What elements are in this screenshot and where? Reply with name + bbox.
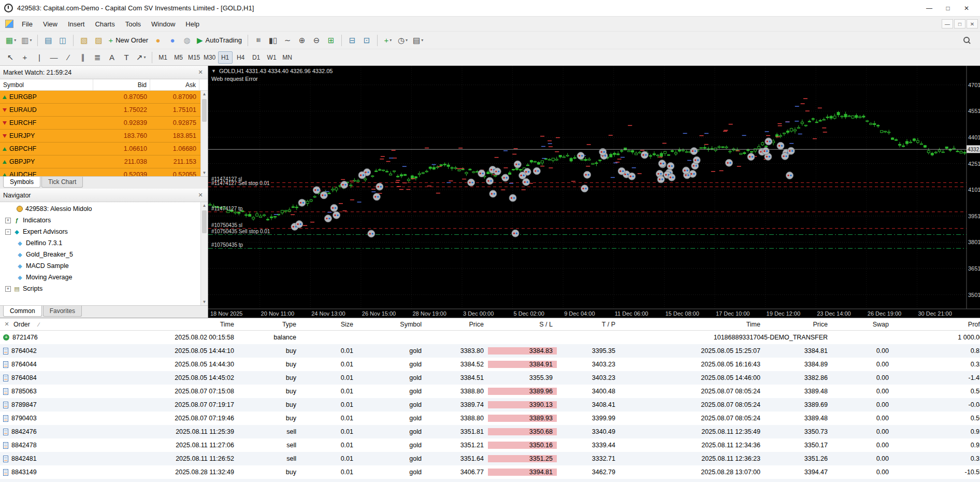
terminal-row-8721476[interactable]: +87214762025.08.02 00:15:58balance101868… — [0, 331, 980, 344]
menu-tools[interactable]: Tools — [120, 18, 146, 30]
navigator-scrollbar[interactable]: ▲▼ — [200, 202, 208, 305]
market-watch-row-eurgbp[interactable]: EURGBP0.870500.87090 — [0, 91, 208, 104]
terminal-row-8843149[interactable]: 88431492025.08.28 11:32:49buy0.01gold340… — [0, 465, 980, 479]
fibonacci-tool-button[interactable]: ≣ — [91, 51, 104, 64]
text-tool-button[interactable]: A — [105, 51, 119, 64]
market-watch-row-gbpchf[interactable]: GBPCHF1.066101.06680 — [0, 143, 208, 155]
timeframe-w1-button[interactable]: W1 — [265, 51, 279, 64]
collapse-minus-icon[interactable]: − — [5, 229, 11, 235]
menu-help[interactable]: Help — [180, 18, 205, 30]
maximize-button[interactable]: □ — [939, 2, 957, 15]
terminal-close-icon[interactable]: ✕ — [3, 321, 10, 328]
mql5-market-button[interactable]: ● — [151, 34, 165, 47]
expand-plus-icon[interactable]: + — [5, 286, 11, 292]
expand-plus-icon[interactable]: + — [5, 218, 11, 223]
market-watch-toggle-button[interactable]: ▤ — [41, 34, 55, 47]
scroll-down-icon[interactable]: ▼ — [201, 169, 208, 176]
tree-item-gold-breaker-5[interactable]: ◆Gold_Breaker_5 — [0, 249, 208, 260]
chart-menu-caret-icon[interactable]: ▼ — [211, 68, 216, 74]
terminal-row-8842478[interactable]: 88424782025.08.11 11:27:06sell0.01gold33… — [0, 438, 980, 452]
chart-minimize-button[interactable]: — — [942, 19, 953, 29]
new-order-button[interactable]: +New Order — [106, 34, 150, 47]
trendline-tool-button[interactable]: ∕ — [62, 51, 75, 64]
timeframe-m1-button[interactable]: M1 — [156, 51, 170, 64]
terminal-row-8842481[interactable]: 88424812025.08.11 11:26:52sell0.01gold33… — [0, 452, 980, 465]
new-chart-button[interactable]: ▦▾ — [4, 34, 18, 47]
terminal-row-8789847[interactable]: 87898472025.08.07 07:19:17buy0.01gold338… — [0, 398, 980, 412]
chart-templates-button[interactable]: ▤▾ — [411, 34, 425, 47]
chart-bars-button[interactable]: ≡ — [252, 34, 265, 47]
equidistant-channel-tool-button[interactable]: ∥ — [76, 51, 90, 64]
tab-favorites[interactable]: Favorites — [43, 306, 82, 317]
scroll-up-icon[interactable]: ▲ — [201, 91, 208, 97]
web-terminal-button[interactable]: ◍ — [180, 34, 194, 47]
menu-view[interactable]: View — [38, 18, 63, 30]
tile-windows-button[interactable]: ⊞ — [324, 34, 338, 47]
crosshair-tool-button[interactable]: + — [18, 51, 32, 64]
chart-close-button[interactable]: ✕ — [967, 19, 978, 29]
terminal-row-8790403[interactable]: 87904032025.08.07 07:19:46buy0.01gold338… — [0, 412, 980, 425]
horizontal-line-tool-button[interactable]: ― — [47, 51, 61, 64]
tree-item-expert-advisors[interactable]: −◆Expert Advisors — [0, 226, 208, 237]
autotrading-button[interactable]: ▶AutoTrading — [195, 34, 244, 47]
terminal-row-8764042[interactable]: 87640422025.08.05 14:44:10buy0.01gold338… — [0, 344, 980, 358]
scroll-thumb[interactable] — [202, 99, 207, 122]
terminal-row-8842476[interactable]: 88424762025.08.11 11:25:39sell0.01gold33… — [0, 425, 980, 438]
chart-svg[interactable]: 47014551440142514101395138013651350118 N… — [208, 66, 980, 318]
auto-scroll-button[interactable]: ⊟ — [345, 34, 359, 47]
market-watch-close-icon[interactable]: ✕ — [196, 69, 205, 76]
navigator-toggle-button[interactable]: ▧ — [77, 34, 91, 47]
community-button[interactable]: ● — [166, 34, 179, 47]
zoom-in-button[interactable]: ⊕ — [295, 34, 309, 47]
close-button[interactable]: ✕ — [957, 2, 976, 15]
tree-item-429583-alessio-midolo[interactable]: 429583: Alessio Midolo — [0, 203, 208, 215]
tab-tick-chart[interactable]: Tick Chart — [41, 177, 83, 188]
terminal-toggle-button[interactable]: ▨ — [92, 34, 105, 47]
data-window-toggle-button[interactable]: ◫ — [56, 34, 69, 47]
terminal-row-8855093[interactable]: 88550932025.08.11 11:39:01sell0.01gold33… — [0, 479, 980, 482]
scroll-down-icon[interactable]: ▼ — [201, 299, 208, 305]
timeframe-mn-button[interactable]: MN — [280, 51, 295, 64]
vertical-line-tool-button[interactable]: | — [33, 51, 46, 64]
market-watch-row-eurjpy[interactable]: EURJPY183.760183.851 — [0, 130, 208, 143]
tab-common[interactable]: Common — [3, 306, 42, 317]
market-watch-scrollbar[interactable]: ▲▼ — [200, 91, 208, 176]
menu-window[interactable]: Window — [146, 18, 180, 30]
terminal-row-8764044[interactable]: 87640442025.08.05 14:44:30buy0.01gold338… — [0, 358, 980, 371]
market-watch-row-euraud[interactable]: EURAUD1.750221.75101 — [0, 104, 208, 117]
chart-restore-button[interactable]: □ — [954, 19, 965, 29]
minimize-button[interactable]: — — [920, 2, 939, 15]
search-button[interactable] — [960, 34, 974, 47]
chart-canvas[interactable]: ▼ GOLD,H1 4331.43 4334.40 4326.96 4332.0… — [208, 66, 980, 318]
sort-indicator-icon[interactable]: ∕ — [38, 321, 39, 328]
text-label-tool-button[interactable]: T — [120, 51, 133, 64]
menu-insert[interactable]: Insert — [63, 18, 90, 30]
add-indicator-button[interactable]: +▾ — [381, 34, 395, 47]
market-watch-row-gbpjpy[interactable]: GBPJPY211.038211.153 — [0, 155, 208, 168]
terminal-row-8785063[interactable]: 87850632025.08.07 07:15:08buy0.01gold338… — [0, 385, 980, 398]
market-watch-row-audchf[interactable]: AUDCHF0.520390.52055 — [0, 168, 208, 176]
tab-symbols[interactable]: Symbols — [3, 177, 40, 188]
tree-item-scripts[interactable]: +▤Scripts — [0, 283, 208, 294]
terminal-row-8764084[interactable]: 87640842025.08.05 14:45:02buy0.01gold338… — [0, 371, 980, 385]
chart-profiles-button[interactable]: ▥▾ — [19, 34, 34, 47]
tree-item-moving-average[interactable]: ◆Moving Average — [0, 272, 208, 283]
scroll-thumb[interactable] — [202, 210, 207, 233]
arrows-tool-button[interactable]: ↗▾ — [134, 51, 148, 64]
menu-file[interactable]: File — [17, 18, 38, 30]
timeframe-m5-button[interactable]: M5 — [171, 51, 186, 64]
market-watch-row-eurchf[interactable]: EURCHF0.928390.92875 — [0, 117, 208, 130]
chart-candles-button[interactable]: ▮▯ — [266, 34, 280, 47]
chart-shift-button[interactable]: ⊡ — [360, 34, 373, 47]
tree-item-indicators[interactable]: +ƒIndicators — [0, 215, 208, 226]
timeframe-m15-button[interactable]: M15 — [187, 51, 201, 64]
chart-line-button[interactable]: ∼ — [281, 34, 294, 47]
periods-button[interactable]: ◷▾ — [396, 34, 410, 47]
timeframe-h1-button[interactable]: H1 — [218, 51, 233, 64]
tree-item-macd-sample[interactable]: ◆MACD Sample — [0, 260, 208, 272]
timeframe-m30-button[interactable]: M30 — [203, 51, 217, 64]
scroll-up-icon[interactable]: ▲ — [201, 202, 208, 209]
zoom-out-button[interactable]: ⊖ — [310, 34, 323, 47]
menu-charts[interactable]: Charts — [90, 18, 120, 30]
tree-item-delfino-7-3-1[interactable]: ◆Delfino 7.3.1 — [0, 237, 208, 249]
